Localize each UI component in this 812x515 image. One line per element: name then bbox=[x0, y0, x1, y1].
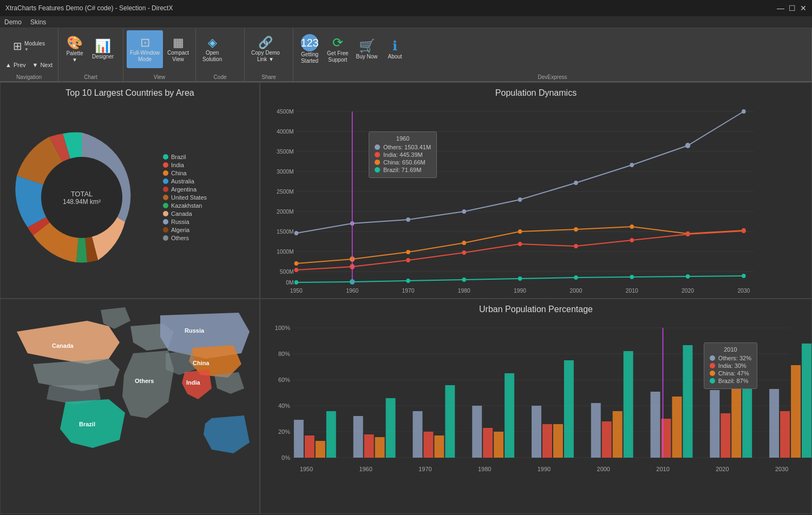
copy-demo-link-button[interactable]: 🔗 Copy DemoLink ▼ bbox=[248, 30, 283, 68]
svg-point-35 bbox=[630, 163, 634, 167]
legend-item: United States bbox=[163, 194, 207, 201]
close-button[interactable]: ✕ bbox=[800, 4, 807, 12]
ribbon-share-section: 🔗 Copy DemoLink ▼ Share bbox=[245, 28, 293, 81]
palette-label: Palette▼ bbox=[66, 50, 83, 63]
svg-point-50 bbox=[462, 250, 467, 255]
svg-rect-99 bbox=[375, 437, 385, 458]
svg-point-47 bbox=[294, 268, 299, 272]
svg-rect-103 bbox=[434, 435, 444, 458]
bar-chart-title: Urban Population Percentage bbox=[260, 299, 811, 317]
svg-text:0M: 0M bbox=[286, 279, 293, 286]
svg-rect-112 bbox=[564, 360, 574, 458]
buy-now-icon: 🛒 bbox=[359, 38, 375, 54]
svg-text:0%: 0% bbox=[281, 454, 290, 461]
svg-text:1990: 1990 bbox=[538, 466, 551, 472]
prev-label: Prev bbox=[14, 62, 26, 68]
ribbon: ⊞ Modules ▼ ▲ Prev ▼ Next Navigation bbox=[0, 28, 812, 82]
svg-rect-115 bbox=[613, 411, 623, 458]
about-button[interactable]: ℹ About bbox=[382, 30, 408, 68]
svg-point-52 bbox=[574, 244, 578, 248]
svg-text:20%: 20% bbox=[278, 428, 290, 435]
donut-legend: Brazil India China Australia Argentina U… bbox=[163, 154, 207, 241]
svg-point-36 bbox=[685, 143, 690, 148]
svg-text:1980: 1980 bbox=[458, 287, 470, 294]
menu-demo[interactable]: Demo bbox=[4, 18, 22, 26]
legend-item: Russia bbox=[163, 219, 207, 225]
svg-text:2020: 2020 bbox=[716, 466, 729, 472]
svg-rect-100 bbox=[386, 398, 396, 458]
svg-text:Brazil: Brazil bbox=[79, 421, 95, 427]
svg-point-61 bbox=[574, 275, 578, 280]
designer-label: Designer bbox=[92, 54, 114, 60]
designer-icon: 📊 bbox=[95, 38, 111, 54]
code-label: Code bbox=[199, 74, 241, 81]
svg-point-34 bbox=[574, 181, 578, 185]
get-free-support-button[interactable]: ⟳ Get FreeSupport bbox=[324, 30, 351, 68]
svg-rect-96 bbox=[326, 411, 336, 458]
buy-now-button[interactable]: 🛒 Buy Now bbox=[353, 30, 381, 68]
line-chart-svg: 4500M 4000M 3500M 3000M 2500M 2000M 1500… bbox=[260, 101, 811, 295]
designer-button[interactable]: 📊 Designer bbox=[89, 30, 117, 68]
svg-point-33 bbox=[518, 197, 522, 202]
open-solution-icon: ◈ bbox=[208, 36, 217, 50]
next-button[interactable]: ▼ Next bbox=[30, 61, 55, 69]
ribbon-view-section: ⊡ Full-WindowMode ▦ CompactView View bbox=[123, 28, 196, 81]
compact-view-button[interactable]: ▦ CompactView bbox=[164, 30, 192, 68]
copy-demo-link-label: Copy DemoLink ▼ bbox=[251, 50, 280, 63]
svg-text:2010: 2010 bbox=[656, 466, 669, 472]
navigation-label: Navigation bbox=[16, 74, 42, 81]
maximize-button[interactable]: ☐ bbox=[789, 4, 796, 12]
ribbon-chart-section: 🎨 Palette▼ 📊 Designer Chart bbox=[58, 28, 123, 81]
svg-rect-113 bbox=[591, 403, 601, 458]
svg-rect-124 bbox=[731, 379, 741, 458]
minimize-button[interactable]: — bbox=[777, 4, 784, 12]
svg-text:2000M: 2000M bbox=[277, 208, 294, 215]
svg-point-32 bbox=[462, 209, 467, 214]
compact-view-icon: ▦ bbox=[173, 36, 184, 50]
open-solution-button[interactable]: ◈ OpenSolution bbox=[199, 30, 225, 68]
svg-rect-117 bbox=[651, 392, 660, 458]
svg-text:1960: 1960 bbox=[346, 287, 358, 294]
prev-button[interactable]: ▲ Prev bbox=[3, 61, 28, 69]
svg-text:100%: 100% bbox=[275, 325, 290, 331]
get-free-support-icon: ⟳ bbox=[332, 35, 343, 50]
buy-now-label: Buy Now bbox=[356, 54, 378, 60]
svg-rect-127 bbox=[780, 411, 790, 458]
svg-point-41 bbox=[462, 241, 467, 245]
legend-item: Australia bbox=[163, 178, 207, 184]
getting-started-button[interactable]: 123 GettingStarted bbox=[297, 30, 323, 68]
svg-point-62 bbox=[630, 275, 634, 279]
svg-text:2030: 2030 bbox=[775, 466, 788, 472]
modules-button[interactable]: ⊞ Modules ▼ bbox=[10, 32, 48, 60]
ribbon-navigation-section: ⊞ Modules ▼ ▲ Prev ▼ Next Navigation bbox=[0, 28, 58, 81]
svg-rect-120 bbox=[683, 345, 692, 458]
svg-point-29 bbox=[294, 231, 299, 235]
svg-rect-108 bbox=[505, 373, 514, 458]
svg-point-31 bbox=[406, 217, 410, 222]
svg-text:2000: 2000 bbox=[569, 287, 582, 294]
view-label: View bbox=[127, 74, 192, 81]
svg-point-53 bbox=[630, 238, 634, 242]
svg-point-37 bbox=[742, 109, 746, 114]
palette-button[interactable]: 🎨 Palette▼ bbox=[62, 30, 88, 68]
donut-chart-panel: Top 10 Largest Countries by Area bbox=[0, 82, 260, 299]
full-window-button[interactable]: ⊡ Full-WindowMode bbox=[127, 30, 163, 68]
svg-text:1960: 1960 bbox=[359, 466, 372, 472]
line-chart-panel: Population Dynamics 4500M 4000M 3500M 30… bbox=[260, 82, 812, 299]
svg-point-56 bbox=[294, 280, 299, 285]
svg-rect-128 bbox=[791, 365, 801, 458]
palette-icon: 🎨 bbox=[67, 35, 83, 50]
svg-text:80%: 80% bbox=[278, 351, 290, 357]
about-label: About bbox=[388, 54, 402, 60]
donut-total-label: TOTAL bbox=[63, 190, 101, 198]
svg-text:500M: 500M bbox=[280, 268, 294, 275]
get-free-support-label: Get FreeSupport bbox=[327, 50, 348, 63]
svg-point-43 bbox=[574, 227, 578, 232]
svg-rect-95 bbox=[316, 441, 325, 458]
svg-rect-101 bbox=[412, 411, 422, 458]
svg-rect-97 bbox=[353, 416, 363, 458]
menu-skins[interactable]: Skins bbox=[30, 18, 46, 26]
copy-demo-link-icon: 🔗 bbox=[258, 36, 273, 50]
svg-text:2010: 2010 bbox=[626, 287, 638, 294]
title-bar-controls[interactable]: — ☐ ✕ bbox=[777, 4, 807, 12]
